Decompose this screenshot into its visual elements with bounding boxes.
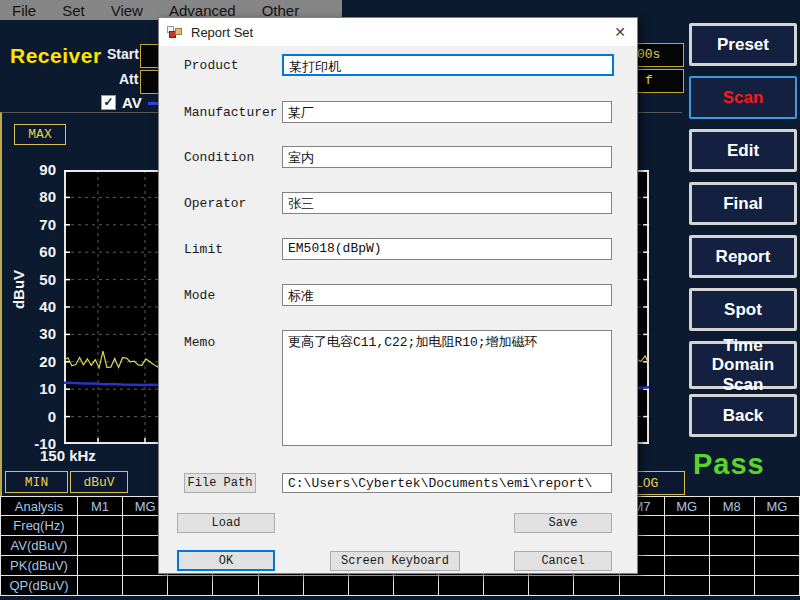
- table-cell: [665, 516, 710, 536]
- av-checkbox[interactable]: ✓: [101, 95, 116, 110]
- dialog-title-bar[interactable]: Report Set ✕: [159, 18, 637, 46]
- table-cell: [394, 576, 439, 596]
- receiver-mode-title: Receiver: [10, 44, 102, 68]
- y-tick-label: 20: [20, 353, 56, 370]
- y-tick-label: 50: [20, 271, 56, 288]
- report-set-dialog: Report Set ✕ Product某打印机Manufacturer某厂Co…: [158, 17, 638, 574]
- table-cell: [574, 576, 619, 596]
- menu-item-other[interactable]: Other: [262, 2, 300, 19]
- operator-label: Operator: [184, 196, 279, 211]
- y-tick-label: 80: [20, 188, 56, 205]
- y-tick-label: 90: [20, 161, 56, 178]
- mode-input[interactable]: 标准: [282, 284, 612, 306]
- memo-input[interactable]: 更高了电容C11,C22;加电阻R10;增加磁环: [282, 330, 612, 446]
- table-row-label-pk-dbuv-: PK(dBuV): [0, 556, 78, 576]
- table-cell: [304, 576, 349, 596]
- unit-button[interactable]: dBuV: [70, 471, 128, 493]
- table-cell: [710, 536, 755, 556]
- product-input[interactable]: 某打印机: [282, 54, 614, 76]
- close-icon[interactable]: ✕: [611, 23, 629, 41]
- table-cell: [123, 576, 168, 596]
- screen-keyboard-button[interactable]: Screen Keyboard: [330, 551, 460, 571]
- table-row-label-freq-hz-: Freq(Hz): [0, 516, 78, 536]
- operator-input[interactable]: 张三: [282, 192, 612, 214]
- av-checkbox-label: AV: [122, 94, 142, 111]
- menu-item-file[interactable]: File: [12, 2, 36, 19]
- start-label: Start: [107, 46, 139, 62]
- table-header-mg-14: MG: [665, 496, 710, 516]
- app-window: FileSetViewAdvancedOther Receiver Start …: [0, 0, 800, 600]
- table-cell: [349, 576, 394, 596]
- table-cell: [78, 516, 123, 536]
- side-button-edit[interactable]: Edit: [689, 129, 797, 172]
- table-cell: [529, 576, 574, 596]
- table-cell: [710, 576, 755, 596]
- table-cell: [213, 576, 258, 596]
- table-header-m8-15: M8: [710, 496, 755, 516]
- load-button[interactable]: Load: [177, 513, 275, 533]
- x-axis-start-label: 150 kHz: [40, 447, 96, 464]
- save-button[interactable]: Save: [514, 513, 612, 533]
- mode-label: Mode: [184, 288, 279, 303]
- table-header-m1-1: M1: [78, 496, 123, 516]
- table-cell: [78, 576, 123, 596]
- table-cell: [665, 536, 710, 556]
- y-tick-label: 60: [20, 243, 56, 260]
- condition-input[interactable]: 室内: [282, 146, 612, 168]
- table-cell: [78, 536, 123, 556]
- table-cell: [755, 576, 800, 596]
- table-row-label-av-dbuv-: AV(dBuV): [0, 536, 78, 556]
- menu-item-set[interactable]: Set: [62, 2, 85, 19]
- memo-label: Memo: [184, 335, 279, 350]
- manufacturer-input[interactable]: 某厂: [282, 101, 612, 123]
- y-tick-label: 30: [20, 325, 56, 342]
- att-label: Att: [119, 71, 138, 87]
- form-icon: [167, 25, 183, 40]
- table-header-mg-16: MG: [755, 496, 800, 516]
- table-cell: [755, 556, 800, 576]
- menu-item-advanced[interactable]: Advanced: [169, 2, 236, 19]
- side-button-back[interactable]: Back: [689, 394, 797, 437]
- cancel-button[interactable]: Cancel: [514, 551, 612, 571]
- hold-time-value: 00s: [637, 47, 660, 62]
- ok-button[interactable]: OK: [177, 550, 275, 571]
- table-cell: [755, 536, 800, 556]
- table-cell: [484, 576, 529, 596]
- table-cell: [439, 576, 484, 596]
- file-path-input[interactable]: C:\Users\Cybertek\Documents\emi\report\: [282, 473, 612, 493]
- table-header-analysis: Analysis: [0, 496, 78, 516]
- side-button-time-domain-scan[interactable]: Time Domain Scan: [689, 341, 797, 389]
- manufacturer-label: Manufacturer: [184, 105, 279, 120]
- table-cell: [620, 576, 665, 596]
- table-cell: [78, 556, 123, 576]
- table-cell: [665, 556, 710, 576]
- table-cell: [168, 576, 213, 596]
- av-trace-color-swatch: [148, 102, 158, 105]
- condition-label: Condition: [184, 150, 279, 165]
- limit-label: Limit: [184, 242, 279, 257]
- y-tick-label: 70: [20, 216, 56, 233]
- side-button-report[interactable]: Report: [689, 235, 797, 278]
- dialog-title: Report Set: [191, 25, 253, 40]
- log-scale-label: LOG: [635, 476, 658, 491]
- menu-item-view[interactable]: View: [111, 2, 143, 19]
- file-path-button[interactable]: File Path: [184, 473, 256, 493]
- pass-status: Pass: [693, 448, 765, 481]
- max-trace-button[interactable]: MAX: [14, 124, 66, 145]
- table-cell: [259, 576, 304, 596]
- product-label: Product: [184, 58, 279, 73]
- min-trace-button[interactable]: MIN: [5, 471, 68, 493]
- side-button-preset[interactable]: Preset: [689, 23, 797, 66]
- side-button-scan[interactable]: Scan: [689, 76, 797, 119]
- table-cell: [710, 516, 755, 536]
- side-button-spot[interactable]: Spot: [689, 288, 797, 331]
- y-tick-label: 10: [20, 380, 56, 397]
- table-row-label-qp-dbuv-: QP(dBuV): [0, 576, 78, 596]
- table-cell: [710, 556, 755, 576]
- y-tick-label: 40: [20, 298, 56, 315]
- limit-input[interactable]: EM5018(dBpW): [282, 238, 612, 260]
- demod-value: f: [645, 73, 653, 88]
- table-cell: [755, 516, 800, 536]
- side-button-final[interactable]: Final: [689, 182, 797, 225]
- y-tick-label: 0: [20, 408, 56, 425]
